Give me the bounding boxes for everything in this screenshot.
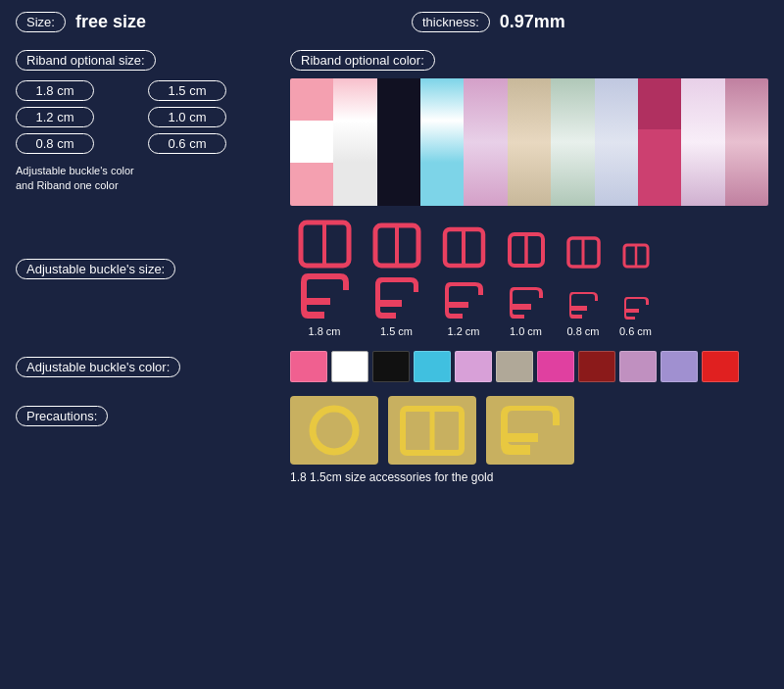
buckle-size-label-0: 1.8 cm [290,325,359,337]
swatch-lavender [455,351,492,382]
riband-section: Riband optional size: 1.8 cm 1.5 cm 1.2 … [16,50,768,206]
riband-color-title: Riband optional color: [290,50,768,71]
top-row: Size: free size thickness: 0.97mm [16,12,768,32]
ring-icon [305,401,364,460]
swatch-black [372,351,410,382]
buckle-bottom-4 [507,284,545,321]
swatch-darkred [578,351,615,382]
buckle-color-left: Adjustable buckle's color: [16,357,270,377]
buckle-top-6 [622,243,650,269]
thickness-label: thickness: [412,12,490,32]
buckle-color-section: Adjustable buckle's color: [16,351,768,382]
riband-size-5: 0.6 cm [148,133,226,154]
riband-size-1: 1.5 cm [148,80,226,101]
buckle-bottom-2 [372,274,421,321]
riband-sizes-grid: 1.8 cm 1.5 cm 1.2 cm 1.0 cm 0.8 cm 0.6 c… [16,80,270,154]
precautions-left: Precautions: [16,396,270,426]
riband-color-stripes [290,78,768,206]
riband-right: Riband optional color: [290,50,768,206]
riband-size-3: 1.0 cm [148,107,226,127]
buckle-size-section: Adjustable buckle's size: [16,220,768,337]
gold-items [290,396,768,465]
thickness-value: 0.97mm [500,12,565,32]
svg-rect-21 [501,433,538,442]
buckle-bottom-3 [442,279,485,321]
riband-size-4: 0.8 cm [16,133,94,154]
svg-rect-17 [624,309,639,313]
buckle-top-2 [372,222,421,269]
svg-rect-12 [301,298,330,305]
buckle-bottom-1 [298,271,352,321]
gold-ghook-buckle [486,396,574,465]
buckle-bottom-5 [566,289,600,321]
buckle-top-1 [298,220,352,269]
precautions-right: 1.8 1.5cm size accessories for the gold [290,396,768,484]
svg-rect-14 [445,302,468,308]
buckle-top-4 [507,231,546,269]
buckle-color-label: Adjustable buckle's color: [16,357,180,377]
gold-ghook-icon [496,401,564,460]
svg-point-18 [313,409,356,452]
swatch-white [331,351,368,382]
buckle-size-label-1: 1.5 cm [365,325,428,337]
precaution-note: 1.8 1.5cm size accessories for the gold [290,470,768,484]
size-value: free size [75,12,146,32]
riband-size-title: Riband optional size: [16,50,270,71]
riband-color-label: Riband optional color: [290,50,435,71]
buckle-size-left: Adjustable buckle's size: [16,220,270,279]
buckle-size-right: 1.8 cm 1.5 cm 1.2 cm 1.0 cm 0.8 cm 0.6 c… [290,220,768,337]
buckle-size-label-4: 0.8 cm [559,325,608,337]
swatch-red [702,351,739,382]
gold-rect-buckle-icon [398,404,466,458]
swatch-mauve [619,351,657,382]
riband-size-2: 1.2 cm [16,107,94,127]
riband-size-label: Riband optional size: [16,50,156,71]
riband-left: Riband optional size: 1.8 cm 1.5 cm 1.2 … [16,50,270,206]
thickness-section: thickness: 0.97mm [372,12,768,32]
gold-rect-buckle [388,396,476,465]
buckle-size-label-2: 1.2 cm [434,325,493,337]
swatch-cyan [414,351,451,382]
buckle-top-3 [442,226,486,269]
color-swatches [290,351,739,382]
buckle-color-swatches-container [290,351,739,382]
precautions-label: Precautions: [16,406,108,426]
size-label: Size: [16,12,66,32]
size-section: Size: free size [16,12,372,32]
buckle-size-label-5: 0.6 cm [613,325,658,337]
buckle-size-label-3: 1.0 cm [499,325,553,337]
swatch-periwinkle [661,351,698,382]
svg-rect-16 [569,306,587,311]
riband-size-0: 1.8 cm [16,80,94,101]
buckle-size-label: Adjustable buckle's size: [16,259,175,279]
swatch-taupe [496,351,533,382]
buckle-top-5 [566,236,601,269]
buckle-bottom-6 [622,295,650,321]
swatch-magenta [537,351,574,382]
svg-rect-13 [375,300,402,307]
riband-color-note: Adjustable buckle's color and Riband one… [16,164,270,194]
gold-ring [290,396,378,465]
swatch-pink [290,351,327,382]
svg-rect-15 [510,304,531,310]
precautions-section: Precautions: [16,396,768,484]
